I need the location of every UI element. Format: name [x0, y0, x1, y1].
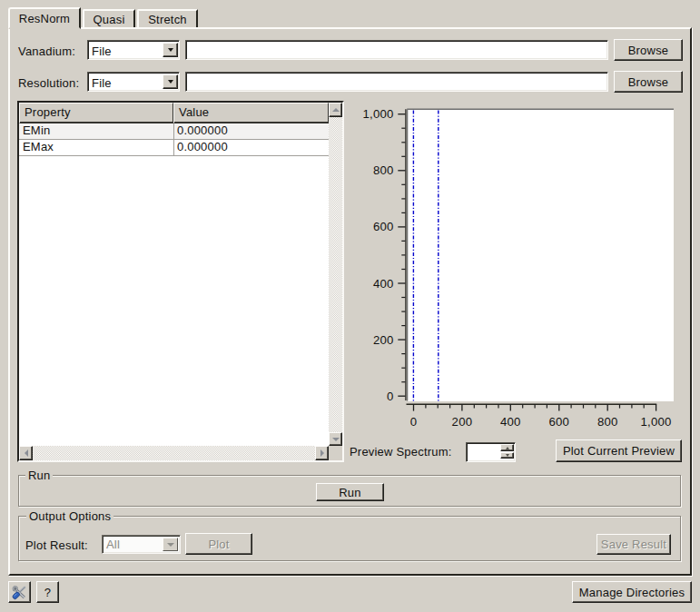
svg-text:0: 0 [387, 390, 394, 403]
svg-text:400: 400 [500, 415, 521, 429]
svg-text:1,000: 1,000 [362, 107, 393, 121]
svg-text:400: 400 [373, 277, 394, 291]
svg-text:200: 200 [452, 415, 473, 429]
svg-text:600: 600 [548, 415, 569, 429]
svg-text:1,000: 1,000 [641, 415, 672, 429]
svg-text:600: 600 [373, 220, 394, 233]
svg-text:0: 0 [410, 415, 418, 429]
svg-text:200: 200 [373, 333, 394, 347]
svg-text:800: 800 [597, 415, 618, 429]
svg-text:800: 800 [373, 163, 394, 177]
